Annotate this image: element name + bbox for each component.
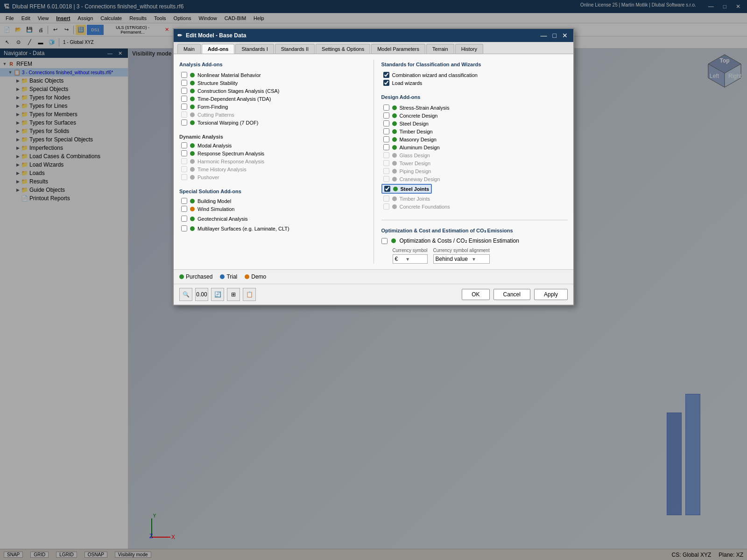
cb-torsional-warping[interactable] <box>181 119 187 126</box>
tab-history[interactable]: History <box>455 44 483 54</box>
footer-copy-btn[interactable]: 📋 <box>243 288 256 301</box>
footer-grid-btn[interactable]: ⊞ <box>227 288 240 301</box>
label-masonry-design: Masonry Design <box>400 137 437 142</box>
dot-nonlinear <box>190 73 195 77</box>
label-pushover: Pushover <box>197 175 219 180</box>
label-combination-wizard: Combination wizard and classification <box>392 72 478 78</box>
legend-purchased-label: Purchased <box>186 273 212 280</box>
tab-model-params[interactable]: Model Parameters <box>371 44 425 54</box>
label-geotechnical: Geotechnical Analysis <box>197 216 248 222</box>
check-nonlinear-material: Nonlinear Material Behavior <box>181 71 366 79</box>
check-timber-joints: Timber Joints <box>383 195 568 203</box>
footer-action-buttons: OK Cancel Apply <box>462 289 568 300</box>
footer-snap-btn[interactable]: 0.00 <box>195 288 208 301</box>
dialog-title: ✏ Edit Model - Base Data <box>177 32 246 39</box>
opt-check-row: Optimization & Costs / CO₂ Emission Esti… <box>381 238 568 244</box>
tab-main[interactable]: Main <box>177 44 201 54</box>
cb-timber-design[interactable] <box>383 128 389 134</box>
legend-purchased-dot <box>179 274 184 279</box>
check-glass-design: Glass Design <box>383 151 568 159</box>
cb-load-wizards[interactable] <box>383 80 389 86</box>
cancel-button[interactable]: Cancel <box>493 289 530 300</box>
check-building-model: Building Model <box>181 197 366 205</box>
dot-building <box>190 199 195 203</box>
dot-steel-design <box>392 121 397 126</box>
currency-symbol-select[interactable]: € ▼ <box>393 254 428 264</box>
design-addons-section: Design Add-ons Stress-Strain Analysis Co… <box>381 94 568 210</box>
check-structure-stability: Structure Stability <box>181 79 366 87</box>
special-addons-title: Special Solution Add-ons <box>179 189 366 194</box>
cb-building-model[interactable] <box>181 198 187 204</box>
cb-combination-wizard[interactable] <box>383 72 389 78</box>
cb-csa[interactable] <box>181 88 187 94</box>
cb-stress-strain[interactable] <box>383 105 389 111</box>
cb-multilayer[interactable] <box>181 225 187 231</box>
label-cutting-patterns: Cutting Patterns <box>197 112 234 118</box>
cb-nonlinear-material[interactable] <box>181 72 187 78</box>
cb-aluminum-design[interactable] <box>383 144 389 150</box>
check-pushover: Pushover <box>181 173 366 181</box>
label-nonlinear-material: Nonlinear Material Behavior <box>197 72 261 78</box>
tab-settings-options[interactable]: Settings & Options <box>316 44 370 54</box>
dot-time-history <box>190 167 195 172</box>
cb-concrete-design[interactable] <box>383 112 389 119</box>
tab-standards1[interactable]: Standards I <box>235 44 274 54</box>
label-wind-simulation: Wind Simulation <box>197 206 234 212</box>
label-piping-design: Piping Design <box>400 168 431 174</box>
dot-glass <box>392 153 397 158</box>
check-tower-design: Tower Design <box>383 159 568 167</box>
cb-structure-stability[interactable] <box>181 80 187 86</box>
check-geotechnical: Geotechnical Analysis <box>181 215 366 223</box>
label-modal: Modal Analysis <box>197 143 232 148</box>
check-timber-design: Timber Design <box>383 127 568 135</box>
tab-standards2[interactable]: Standards II <box>275 44 315 54</box>
label-form-finding: Form-Finding <box>197 104 228 110</box>
dialog-minimize-btn[interactable]: — <box>539 32 549 39</box>
cb-masonry-design[interactable] <box>383 136 389 142</box>
currency-alignment-select[interactable]: Behind value ▼ <box>433 254 490 264</box>
dot-multilayer <box>190 226 195 231</box>
cb-optimization[interactable] <box>381 238 388 244</box>
optimization-section: Optimization & Cost and Estimation of CO… <box>381 220 568 264</box>
cb-modal[interactable] <box>181 142 187 148</box>
check-tda: Time-Dependent Analysis (TDA) <box>181 95 366 103</box>
cb-tda[interactable] <box>181 96 187 102</box>
currency-symbol-arrow: ▼ <box>405 257 410 262</box>
cb-steel-joints[interactable] <box>384 186 390 192</box>
label-tower-design: Tower Design <box>400 161 431 166</box>
special-addons-section: Special Solution Add-ons Building Model … <box>179 189 366 232</box>
dot-optimization <box>391 238 396 243</box>
currency-alignment-label: Currency symbol alignment <box>433 248 490 253</box>
cb-geotechnical[interactable] <box>181 216 187 222</box>
cb-pushover <box>181 174 187 180</box>
footer-refresh-btn[interactable]: 🔄 <box>211 288 224 301</box>
panel-right: Standards for Classification and Wizards… <box>374 60 568 264</box>
check-steel-design: Steel Design <box>383 119 568 127</box>
cb-response-spectrum[interactable] <box>181 150 187 156</box>
label-tda: Time-Dependent Analysis (TDA) <box>197 96 271 102</box>
cb-wind-simulation[interactable] <box>181 206 187 212</box>
cb-steel-design[interactable] <box>383 120 389 126</box>
dot-tda <box>190 97 195 101</box>
dialog-tab-bar: Main Add-ons Standards I Standards II Se… <box>174 42 573 54</box>
legend-demo-label: Demo <box>251 273 266 280</box>
tab-terrain[interactable]: Terrain <box>426 44 454 54</box>
panel-left: Analysis Add-ons Nonlinear Material Beha… <box>179 60 374 264</box>
legend-bar: Purchased Trial Demo <box>174 269 573 284</box>
check-multilayer: Multilayer Surfaces (e.g. Laminate, CLT) <box>181 224 366 232</box>
dialog-close-btn[interactable]: ✕ <box>560 32 570 39</box>
dot-masonry <box>392 137 397 142</box>
footer-search-btn[interactable]: 🔍 <box>179 288 192 301</box>
apply-button[interactable]: Apply <box>534 289 568 300</box>
ok-button[interactable]: OK <box>462 289 489 300</box>
tab-addons[interactable]: Add-ons <box>202 44 235 54</box>
dot-harmonic <box>190 159 195 164</box>
label-aluminum-design: Aluminum Design <box>400 145 440 150</box>
legend-trial: Trial <box>220 273 237 280</box>
cb-form-finding[interactable] <box>181 104 187 110</box>
dynamic-analysis-title: Dynamic Analysis <box>179 134 366 140</box>
cb-concrete-foundations <box>383 203 389 210</box>
dialog-maximize-btn[interactable]: □ <box>551 32 558 39</box>
check-craneway-design: Craneway Design <box>383 175 568 183</box>
edit-model-dialog: ✏ Edit Model - Base Data — □ ✕ Main Add-… <box>173 28 574 306</box>
